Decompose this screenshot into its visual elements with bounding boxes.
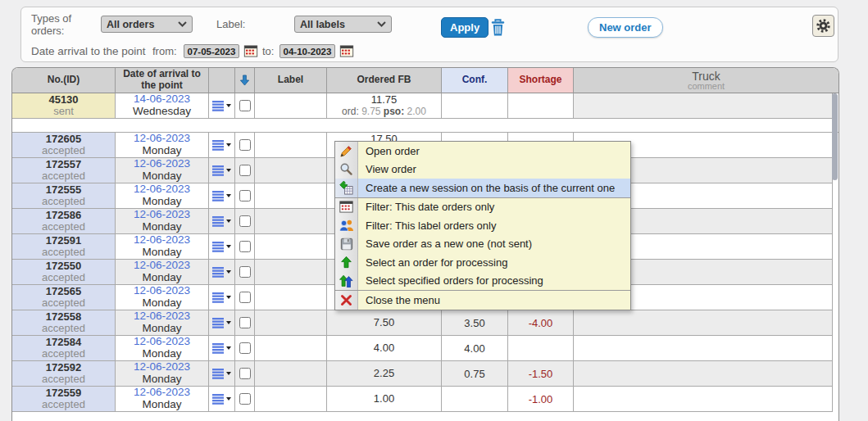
types-of-orders-label: Types of orders: xyxy=(31,13,90,38)
order-date-link[interactable]: 12-06-2023 xyxy=(134,361,190,373)
order-status: accepted xyxy=(42,297,85,309)
vertical-scrollbar-thumb[interactable] xyxy=(832,93,838,180)
order-day: Monday xyxy=(142,196,181,208)
order-label xyxy=(255,260,327,285)
conf-value: 0.75 xyxy=(442,361,508,387)
col-header-conf: Conf. xyxy=(442,68,508,93)
order-day: Monday xyxy=(142,170,181,183)
row-menu-button[interactable] xyxy=(211,164,233,178)
row-checkbox[interactable] xyxy=(239,393,251,405)
order-date-link[interactable]: 12-06-2023 xyxy=(134,209,190,221)
row-menu-button[interactable] xyxy=(211,240,233,254)
order-date-link[interactable]: 12-06-2023 xyxy=(134,183,190,196)
order-date-link[interactable]: 12-06-2023 xyxy=(134,387,190,399)
hamburger-menu-icon xyxy=(212,369,224,379)
row-menu-button[interactable] xyxy=(211,342,233,355)
ordered-fb-detail: ord: 9.75 pso: 2.00 xyxy=(342,106,426,117)
caret-down-icon xyxy=(226,143,231,147)
hamburger-menu-icon xyxy=(212,343,224,354)
col-header-menu xyxy=(209,68,235,93)
group-separator-row xyxy=(12,119,838,133)
context-menu-item[interactable]: Close the menu xyxy=(335,291,630,310)
context-menu-item[interactable]: Create a new session on the basis of the… xyxy=(335,179,630,197)
blue-down-arrow-icon xyxy=(239,75,250,86)
apply-button[interactable]: Apply xyxy=(441,17,489,38)
order-id: 45130 xyxy=(48,94,78,106)
order-label xyxy=(255,361,327,387)
row-checkbox[interactable] xyxy=(239,165,251,176)
order-status: accepted xyxy=(42,399,85,410)
table-header-row: No.(ID) Date of arrival to the point Lab… xyxy=(12,68,838,93)
arrow-up-green-icon xyxy=(340,256,352,269)
row-checkbox[interactable] xyxy=(239,317,251,328)
context-menu-item[interactable]: Filter: This label orders only xyxy=(335,216,630,235)
row-checkbox[interactable] xyxy=(239,100,251,111)
order-id: 172591 xyxy=(46,235,81,247)
order-status: accepted xyxy=(42,247,85,258)
context-menu-item[interactable]: Open order xyxy=(335,142,630,161)
delete-button[interactable] xyxy=(488,18,507,38)
order-date-link[interactable]: 12-06-2023 xyxy=(134,310,190,323)
col-header-select-all[interactable] xyxy=(235,68,255,93)
settings-button[interactable] xyxy=(812,15,834,37)
row-menu-button[interactable] xyxy=(211,392,233,406)
new-session-icon xyxy=(339,181,353,195)
col-header-ordered-fb: Ordered FB xyxy=(327,68,442,93)
row-menu-button[interactable] xyxy=(211,291,233,305)
conf-value: 3.50 xyxy=(442,310,508,336)
context-menu-item[interactable]: Filter: This date orders only xyxy=(335,198,630,217)
conf-value xyxy=(442,387,508,412)
close-red-x-icon xyxy=(340,294,352,306)
order-day: Monday xyxy=(142,399,181,411)
shortage-value xyxy=(508,93,574,119)
row-menu-button[interactable] xyxy=(211,189,233,203)
context-menu-item[interactable]: Select an order for processing xyxy=(335,253,630,272)
conf-value: 4.00 xyxy=(442,336,508,361)
context-menu-item[interactable]: Save order as a new one (not sent) xyxy=(335,235,630,254)
row-checkbox[interactable] xyxy=(239,368,251,379)
row-menu-button[interactable] xyxy=(211,265,233,279)
order-id: 172559 xyxy=(46,387,81,399)
magnifier-icon xyxy=(339,162,353,176)
row-menu-button[interactable] xyxy=(211,316,233,330)
caret-down-icon xyxy=(226,270,231,274)
shortage-value: -4.00 xyxy=(508,310,574,336)
order-id: 172557 xyxy=(46,159,81,170)
date-from-input[interactable] xyxy=(184,44,239,58)
order-date-link[interactable]: 12-06-2023 xyxy=(134,260,190,272)
order-date-link[interactable]: 14-06-2023 xyxy=(134,93,190,106)
date-from-calendar-button[interactable] xyxy=(243,45,258,57)
order-date-link[interactable]: 12-06-2023 xyxy=(134,336,190,348)
date-to-calendar-button[interactable] xyxy=(339,45,354,57)
context-menu-item[interactable]: View order xyxy=(335,161,630,179)
chevron-down-icon xyxy=(178,21,187,27)
label-select[interactable]: All labels xyxy=(294,16,392,33)
row-menu-button[interactable] xyxy=(211,215,233,229)
row-checkbox[interactable] xyxy=(239,139,251,151)
row-menu-button[interactable] xyxy=(211,367,233,381)
row-menu-button[interactable] xyxy=(211,99,233,113)
order-date-link[interactable]: 12-06-2023 xyxy=(134,133,190,145)
context-menu-item[interactable]: Select specified orders for processing xyxy=(335,272,630,291)
caret-down-icon xyxy=(226,321,231,324)
caret-down-icon xyxy=(226,296,231,299)
new-order-button[interactable]: New order xyxy=(588,17,663,38)
row-checkbox[interactable] xyxy=(239,241,251,252)
scrollbar-gutter xyxy=(833,361,838,387)
caret-down-icon xyxy=(226,194,231,197)
row-checkbox[interactable] xyxy=(239,266,251,278)
row-checkbox[interactable] xyxy=(239,292,251,303)
order-label xyxy=(255,336,327,361)
row-checkbox[interactable] xyxy=(239,190,251,201)
arrows-up-double-icon xyxy=(339,274,353,287)
scrollbar-gutter xyxy=(833,310,838,336)
date-to-input[interactable] xyxy=(279,44,335,58)
order-date-link[interactable]: 12-06-2023 xyxy=(134,234,190,247)
order-date-link[interactable]: 12-06-2023 xyxy=(134,285,190,297)
order-type-select[interactable]: All orders xyxy=(101,16,193,33)
ordered-fb-value: 2.25 xyxy=(374,368,394,380)
order-date-link[interactable]: 12-06-2023 xyxy=(134,158,190,170)
row-checkbox[interactable] xyxy=(239,342,251,354)
row-menu-button[interactable] xyxy=(211,138,233,152)
row-checkbox[interactable] xyxy=(239,215,251,227)
